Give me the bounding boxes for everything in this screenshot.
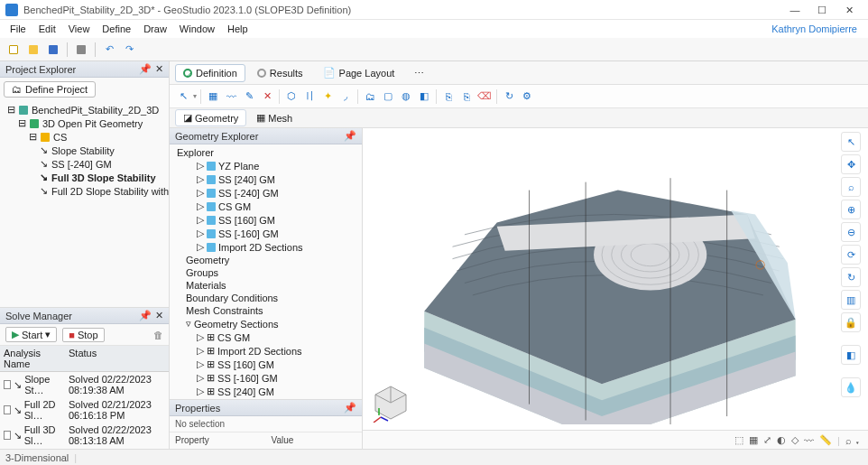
rotate-icon[interactable]: ⟳ <box>841 245 861 265</box>
cube-icon[interactable]: ◧ <box>416 88 432 105</box>
tree-item[interactable]: ▷ YZ Plane <box>197 159 358 172</box>
undo-icon[interactable]: ↶ <box>101 42 117 58</box>
col-status[interactable]: Status <box>65 346 169 371</box>
tab-page-layout[interactable]: 📄 Page Layout <box>315 63 403 82</box>
select-icon[interactable]: ↖ <box>841 132 861 152</box>
tree-item-selected[interactable]: ↘ Full 3D Slope Stability <box>40 171 165 184</box>
menu-window[interactable]: Window <box>173 23 221 34</box>
tree-item[interactable]: ▷ ⊞ CS GM <box>197 330 358 344</box>
redo-icon[interactable]: ↷ <box>121 42 137 58</box>
dropdown-icon[interactable]: ▾ <box>193 92 197 100</box>
tree-item[interactable]: ▷ SS [-240] GM <box>197 186 358 200</box>
tree-item[interactable]: ↘ Slope Stability <box>40 144 165 157</box>
pin-icon[interactable]: 📌 <box>139 310 152 321</box>
polyline-icon[interactable]: 〰 <box>223 88 239 105</box>
zoom-in-icon[interactable]: ⊕ <box>841 200 861 219</box>
subtab-geometry[interactable]: ◪ Geometry <box>175 109 246 126</box>
dim-icon[interactable]: ◞ <box>337 88 354 105</box>
stop-button[interactable]: ■ Stop <box>62 328 104 342</box>
tree-item[interactable]: ▷ CS GM <box>197 200 358 213</box>
view-toggle-icon[interactable]: ◧ <box>841 345 861 365</box>
tree-item[interactable]: ↘ Full 2D Slope Stability with fault <box>40 184 165 198</box>
materials-node[interactable]: Materials <box>186 279 358 292</box>
view-edges-icon[interactable]: 〰 <box>804 435 814 446</box>
col-analysis-name[interactable]: Analysis Name <box>0 346 65 371</box>
checkbox-icon[interactable] <box>4 380 11 389</box>
rotate-free-icon[interactable]: ↻ <box>841 267 861 287</box>
groups-node[interactable]: Groups <box>186 266 358 279</box>
menu-file[interactable]: File <box>4 23 32 34</box>
close-button[interactable]: ✕ <box>836 0 863 20</box>
section-icon[interactable]: ▥ <box>841 290 861 310</box>
tree-root[interactable]: ⊟ BenchedPit_Stability_2D_3D <box>7 103 165 116</box>
table-row[interactable]: ↘ Slope St… Solved 02/22/2023 08:19:38 A… <box>0 372 169 397</box>
minimize-button[interactable]: — <box>781 0 808 20</box>
geom-sections-node[interactable]: ▿ Geometry Sections <box>186 317 358 330</box>
pin-icon[interactable]: 📌 <box>344 130 356 142</box>
project-tree[interactable]: ⊟ BenchedPit_Stability_2D_3D ⊟ 3D Open P… <box>0 101 169 307</box>
table-row[interactable]: ↘ Full 2D Sl… Solved 02/21/2023 06:16:18… <box>0 397 169 423</box>
model-render[interactable]: ◯ <box>368 134 836 424</box>
dropdown-icon[interactable]: ▾ <box>45 329 51 340</box>
tree-item[interactable]: ▷ ⊞ Import 2D Sections <box>197 344 358 358</box>
checkbox-icon[interactable] <box>4 405 11 414</box>
start-button[interactable]: ▶ Start ▾ <box>5 327 57 342</box>
refresh-icon[interactable]: ↻ <box>501 88 517 105</box>
geometry-node[interactable]: Geometry <box>186 254 358 266</box>
viewport-3d[interactable]: ◯ ↖ ✥ ⌕ ⊕ ⊖ ⟳ ↻ ▥ 🔒 ◧ 💧 <box>363 128 868 450</box>
snap-icon[interactable]: ⬡ <box>283 88 300 105</box>
zoom-out-icon[interactable]: ⊖ <box>841 222 861 242</box>
table-row[interactable]: ↘ Full 3D Sl… Solved 02/22/2023 08:13:18… <box>0 423 169 448</box>
open-icon[interactable] <box>25 42 42 58</box>
geometry-tree[interactable]: Explorer ▷ YZ Plane ▷ SS [240] GM ▷ SS [… <box>170 144 362 399</box>
mesh-constraints-node[interactable]: Mesh Constraints <box>186 304 358 317</box>
view-ortho-icon[interactable]: ▦ <box>749 434 758 446</box>
cylinder-icon[interactable]: ◍ <box>398 88 414 105</box>
lock-icon[interactable]: 🔒 <box>841 312 861 332</box>
tree-item[interactable]: ▷ Import 2D Sections <box>197 240 358 254</box>
checkbox-icon[interactable] <box>4 431 11 440</box>
tree-item[interactable]: ▷ SS [240] GM <box>197 172 358 186</box>
pin-icon[interactable]: 📌 <box>344 402 356 414</box>
measure-icon[interactable]: 📏 <box>819 434 832 446</box>
pin-icon[interactable]: 📌 <box>139 63 152 75</box>
tree-item[interactable]: ↘ SS [-240] GM <box>40 157 165 171</box>
tree-item[interactable]: ▷ SS [160] GM <box>197 213 358 227</box>
menu-draw[interactable]: Draw <box>137 23 173 34</box>
print-icon[interactable] <box>73 42 89 58</box>
overflow-icon[interactable]: ⋯ <box>406 64 432 82</box>
bc-node[interactable]: Boundary Conditions <box>186 292 358 304</box>
view-cube-gizmo[interactable] <box>370 381 411 424</box>
tab-definition[interactable]: Definition <box>175 64 245 82</box>
tree-cs[interactable]: ⊟ CS <box>29 130 165 144</box>
user-label[interactable]: Kathryn Domipierre <box>765 23 864 34</box>
new-icon[interactable] <box>5 42 22 58</box>
panel-close-icon[interactable]: ✕ <box>155 63 163 75</box>
edit-icon[interactable]: ✎ <box>241 88 257 105</box>
tree-item[interactable]: ▷ ⊞ SS [160] GM <box>197 358 358 371</box>
tree-item[interactable]: ▷ ⊞ SS [240] GM <box>197 385 358 398</box>
tab-results[interactable]: Results <box>249 64 311 82</box>
menu-view[interactable]: View <box>62 23 97 34</box>
view-wire-icon[interactable]: ◇ <box>791 434 799 446</box>
define-project-button[interactable]: 🗂 Define Project <box>4 81 96 98</box>
pointer-icon[interactable]: ↖ <box>175 88 191 105</box>
zoom-window-icon[interactable]: ⌕ <box>841 177 861 197</box>
pan-icon[interactable]: ✥ <box>841 154 861 174</box>
save-icon[interactable] <box>45 42 61 58</box>
explorer-node[interactable]: Explorer <box>177 146 358 159</box>
filter-icon[interactable]: ▦ <box>205 88 221 105</box>
tree-geometry[interactable]: ⊟ 3D Open Pit Geometry <box>18 116 165 130</box>
copy-icon[interactable]: ⎘ <box>440 88 457 105</box>
view-shade-icon[interactable]: ◐ <box>777 434 786 446</box>
tree-item[interactable]: ▷ SS [-160] GM <box>197 227 358 240</box>
tree-item[interactable]: ▷ ⊞ SS [-160] GM <box>197 371 358 385</box>
delete-layer-icon[interactable]: ⌫ <box>476 88 493 105</box>
layers-icon[interactable]: 🗂 <box>362 88 378 105</box>
zoom-dropdown[interactable]: ⌕ ▾ <box>845 435 861 446</box>
maximize-button[interactable]: ☐ <box>808 0 836 20</box>
clear-icon[interactable]: ✕ <box>259 88 275 105</box>
ortho-icon[interactable]: 〢 <box>301 88 318 105</box>
panel-close-icon[interactable]: ✕ <box>155 310 163 321</box>
view-fit-icon[interactable]: ⤢ <box>763 434 771 446</box>
